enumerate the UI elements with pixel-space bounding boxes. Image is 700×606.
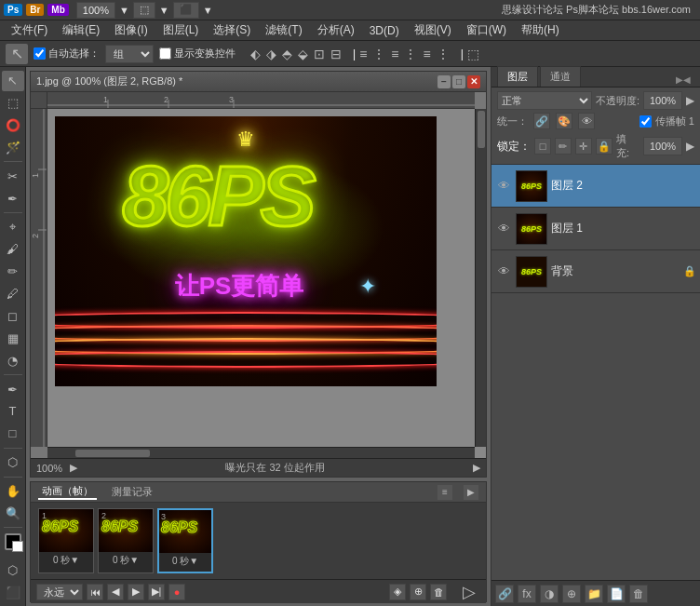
lock-image-btn[interactable]: ✏ [555,138,572,155]
menu-filter[interactable]: 滤镜(T) [258,20,309,40]
auto-select-checkbox[interactable] [34,47,46,60]
fill-arrow[interactable]: ▶ [686,140,694,153]
frame-item-2[interactable]: 2 86PS 0 秒▼ [98,508,154,573]
distribute-icon-4[interactable]: ⋮ [402,47,419,61]
tool-clone[interactable]: ✏ [2,262,24,282]
distribute-icon-3[interactable]: ≡ [389,47,400,61]
canvas-image-area[interactable]: ♛ 86PS 让PS更简单 ✦ [47,109,486,458]
align-icon-3[interactable]: ⬘ [280,47,294,61]
window-close-btn[interactable]: ✕ [467,75,480,88]
auto-select-dropdown[interactable]: 组 图层 [105,45,154,63]
arrange-btn[interactable]: ⬚ [133,2,155,19]
frame-delay-2[interactable]: 0 秒▼ [113,554,139,567]
window-maximize-btn[interactable]: □ [452,75,465,88]
tool-history-brush[interactable]: 🖊 [2,284,24,304]
tool-magic-wand[interactable]: 🪄 [2,138,24,158]
extra-btn[interactable]: ⬛ [173,2,199,19]
adjustment-layer-btn[interactable]: ⊕ [562,585,581,603]
distribute-icon-2[interactable]: ⋮ [370,47,387,61]
unify-position-btn[interactable]: 🔗 [533,113,550,129]
anim-tab-frames[interactable]: 动画（帧） [38,484,97,500]
menu-select[interactable]: 选择(S) [206,20,258,40]
frame-delay-3[interactable]: 0 秒▼ [172,555,198,568]
tool-eyedropper[interactable]: ✒ [2,188,24,209]
layer-visibility-background[interactable]: 👁 [495,263,512,280]
bg-color[interactable] [12,541,23,552]
anim-play-btn[interactable]: ▶ [128,584,144,600]
anim-panel-collapse[interactable]: ≡ [438,485,452,500]
extra-ctrl[interactable]: ⬚ [465,47,481,61]
anim-delete-btn[interactable]: 🗑 [430,584,447,600]
propagate-checkbox[interactable] [639,115,652,128]
tool-dodge[interactable]: ◔ [2,350,24,370]
menu-edit[interactable]: 编辑(E) [55,20,107,40]
menu-analyze[interactable]: 分析(A) [310,20,362,40]
lock-position-btn[interactable]: ✛ [575,138,592,155]
layer-row-background[interactable]: 👁 86PS 背景 🔒 [491,250,700,293]
menu-file[interactable]: 文件(F) [4,20,55,40]
anim-tab-timeline[interactable]: 测量记录 [108,485,156,499]
menu-window[interactable]: 窗口(W) [459,20,514,40]
anim-first-frame-btn[interactable]: ⏮ [87,584,103,600]
anim-panel-options[interactable]: ▶ [464,485,478,500]
lock-transparency-btn[interactable]: □ [534,138,551,155]
anim-duplicate-btn[interactable]: ⊕ [410,584,426,600]
layer-group-btn[interactable]: 📁 [585,585,603,603]
distribute-icon-5[interactable]: ≡ [421,47,432,61]
blend-mode-select[interactable]: 正常 溶解 叠加 [497,91,592,110]
layer-row-layer2[interactable]: 👁 86PS 图层 2 [491,165,700,208]
layer-visibility-layer1[interactable]: 👁 [495,221,512,237]
opacity-input[interactable] [643,91,682,110]
frame-delay-1[interactable]: 0 秒▼ [53,554,79,567]
distribute-icon-6[interactable]: ⋮ [435,47,451,61]
align-icon-6[interactable]: ⊟ [329,47,343,61]
tool-pen[interactable]: ✒ [2,379,24,399]
layer-style-btn[interactable]: fx [518,585,536,603]
arrange-dropdown[interactable]: ▼ [159,5,169,16]
align-icon-2[interactable]: ⬗ [264,47,278,61]
frame-item-1[interactable]: 1 86PS 0 秒▼ [38,508,94,573]
tool-hand[interactable]: ✋ [2,481,24,502]
tab-layers[interactable]: 图层 [497,66,538,87]
layer-mask-btn[interactable]: ◑ [540,585,559,603]
tool-gradient[interactable]: ▦ [2,328,24,348]
tab-channels[interactable]: 通道 [540,66,581,87]
anim-record-btn[interactable]: ● [168,584,185,600]
menu-view[interactable]: 视图(V) [407,20,459,40]
status-arrow[interactable]: ▶ [70,462,77,474]
tool-lasso[interactable]: ⭕ [2,115,24,136]
canvas-area[interactable]: 1 2 3 1 2 [31,92,486,458]
menu-layer[interactable]: 图层(L) [155,20,207,40]
delete-layer-btn[interactable]: 🗑 [629,585,648,603]
unify-style-btn[interactable]: 🎨 [556,113,572,129]
link-layers-btn[interactable]: 🔗 [495,585,514,603]
fill-input[interactable] [643,137,682,155]
tool-quickmask[interactable]: ⬡ [2,559,24,580]
tool-text[interactable]: T [2,401,24,422]
anim-prev-frame-btn[interactable]: ◀ [107,584,124,600]
zoom-dropdown[interactable]: ▼ [119,5,129,16]
panel-collapse-btn[interactable]: ▶◀ [672,73,694,87]
tool-3d[interactable]: ⬡ [2,452,24,473]
status-scroll-arrow[interactable]: ▶ [473,462,480,474]
tool-marquee[interactable]: ⬚ [2,93,24,114]
tool-move[interactable]: ↖ [2,71,24,91]
fg-color[interactable] [5,533,21,550]
anim-next-frame-btn[interactable]: ▶| [148,584,165,600]
zoom-select[interactable]: 100% [76,2,115,19]
tool-eraser[interactable]: ◻ [2,306,24,327]
align-icon-4[interactable]: ⬙ [296,47,310,61]
tool-zoom[interactable]: 🔍 [2,503,24,523]
opacity-arrow[interactable]: ▶ [686,94,694,107]
unify-visibility-btn[interactable]: 👁 [578,113,595,129]
extra-dropdown[interactable]: ▼ [203,5,213,16]
frame-item-3[interactable]: 3 86PS 0 秒▼ [157,508,213,573]
loop-select[interactable]: 永远 1次 3次 [36,584,83,600]
tool-crop[interactable]: ✂ [2,166,24,186]
new-layer-btn[interactable]: 📄 [607,585,626,603]
v-scrollbar-thumb[interactable] [478,111,485,148]
distribute-icon-1[interactable]: ≡ [357,47,369,61]
v-scrollbar[interactable] [475,109,486,447]
anim-right-scroll[interactable]: ▷ [458,584,480,600]
tool-heal[interactable]: ⌖ [2,217,24,237]
